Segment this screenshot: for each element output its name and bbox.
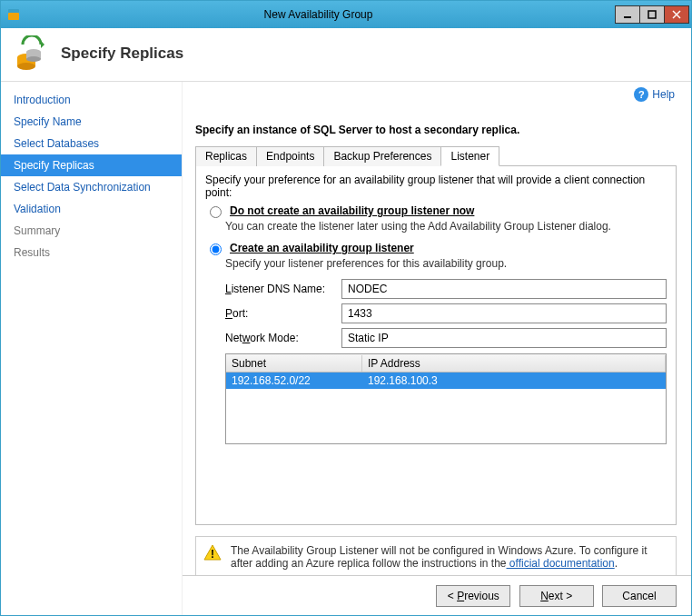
- step-introduction[interactable]: Introduction: [1, 89, 182, 111]
- next-button[interactable]: Next >: [519, 585, 594, 607]
- maximize-button[interactable]: [639, 5, 665, 24]
- title-bar: New Availability Group: [1, 1, 691, 28]
- window-title: New Availability Group: [21, 8, 616, 21]
- wizard-steps-sidebar: Introduction Specify Name Select Databas…: [1, 82, 183, 616]
- radio-create-listener[interactable]: Create an availability group listener: [205, 242, 667, 255]
- step-select-data-sync[interactable]: Select Data Synchronization: [1, 176, 182, 198]
- radio-create-listener-label: Create an availability group listener: [230, 242, 414, 254]
- radio-no-listener-input[interactable]: [210, 206, 222, 218]
- minimize-button[interactable]: [615, 5, 640, 24]
- app-icon: [6, 7, 21, 22]
- help-label: Help: [652, 88, 675, 101]
- grid-header-subnet: Subnet: [226, 355, 362, 372]
- row-port: Port: 1433: [205, 303, 667, 323]
- tab-replicas[interactable]: Replicas: [195, 146, 257, 166]
- tab-endpoints[interactable]: Endpoints: [256, 146, 324, 166]
- grid-cell-subnet: 192.168.52.0/22: [226, 373, 362, 388]
- body: Introduction Specify Name Select Databas…: [1, 82, 691, 616]
- close-button[interactable]: [664, 5, 689, 24]
- svg-point-8: [17, 63, 35, 70]
- svg-point-11: [26, 56, 41, 62]
- radio-create-listener-input[interactable]: [210, 243, 222, 255]
- step-specify-replicas[interactable]: Specify Replicas: [1, 154, 182, 176]
- mode-label: Network Mode:: [205, 332, 341, 344]
- listener-intro: Specify your preference for an availabil…: [205, 174, 667, 199]
- instruction-text: Specify an instance of SQL Server to hos…: [195, 124, 677, 136]
- official-docs-link[interactable]: official documentation: [507, 557, 615, 570]
- row-network-mode: Network Mode: Static IP ▾: [205, 328, 667, 348]
- radio-no-listener-label: Do not create an availability group list…: [230, 204, 474, 217]
- svg-text:!: !: [211, 548, 214, 561]
- grid-header-ip: IP Address: [362, 355, 666, 372]
- svg-marker-12: [41, 41, 44, 48]
- radio-no-listener-sub: You can create the listener later using …: [225, 220, 667, 233]
- mode-value: Static IP: [348, 332, 389, 344]
- grid-header: Subnet IP Address: [226, 354, 666, 373]
- tab-strip: Replicas Endpoints Backup Preferences Li…: [195, 145, 677, 166]
- tab-backup-prefs[interactable]: Backup Preferences: [323, 146, 441, 166]
- cancel-button[interactable]: Cancel: [602, 585, 677, 607]
- main-panel: ? Help Specify an instance of SQL Server…: [183, 82, 691, 616]
- svg-rect-3: [648, 11, 656, 18]
- step-summary: Summary: [1, 220, 182, 242]
- help-link[interactable]: ? Help: [634, 87, 675, 102]
- svg-rect-0: [8, 13, 19, 20]
- page-title: Specify Replicas: [61, 45, 183, 63]
- mode-select[interactable]: Static IP ▾: [341, 328, 667, 348]
- page-header: Specify Replicas: [1, 28, 691, 82]
- step-validation[interactable]: Validation: [1, 198, 182, 220]
- radio-no-listener[interactable]: Do not create an availability group list…: [205, 204, 667, 218]
- port-label: Port:: [205, 307, 341, 320]
- help-icon: ?: [634, 87, 648, 102]
- port-input[interactable]: 1433: [341, 303, 667, 323]
- previous-button[interactable]: < Previous: [436, 585, 510, 607]
- dns-input[interactable]: NODEC: [341, 279, 667, 299]
- step-results: Results: [1, 242, 182, 263]
- grid-row-selected[interactable]: 192.168.52.0/22 192.168.100.3: [226, 373, 666, 389]
- wizard-footer: < Previous Next > Cancel: [183, 575, 691, 616]
- ip-grid[interactable]: Subnet IP Address 192.168.52.0/22 192.16…: [225, 353, 667, 444]
- warning-icon: !: [203, 544, 222, 561]
- row-dns-name: Listener DNS Name: NODEC: [205, 279, 667, 299]
- dns-label: Listener DNS Name:: [205, 283, 341, 295]
- tab-listener[interactable]: Listener: [440, 146, 499, 166]
- window-buttons: [616, 5, 689, 24]
- step-select-databases[interactable]: Select Databases: [1, 133, 182, 154]
- listener-tab-pane: Specify your preference for an availabil…: [195, 166, 677, 525]
- grid-cell-ip: 192.168.100.3: [362, 373, 666, 388]
- radio-create-listener-sub: Specify your listener preferences for th…: [225, 257, 667, 270]
- database-sync-icon: [14, 35, 50, 72]
- svg-rect-1: [8, 9, 19, 13]
- step-specify-name[interactable]: Specify Name: [1, 111, 182, 133]
